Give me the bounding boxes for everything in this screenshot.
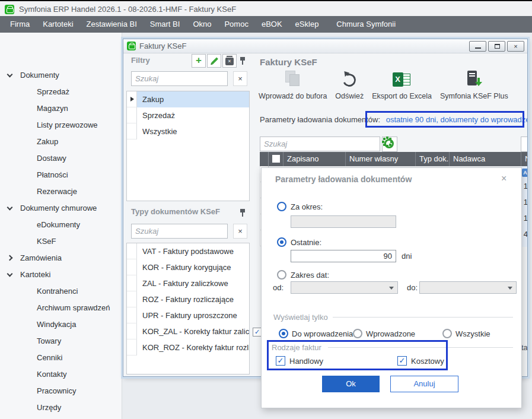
radio-zakres-dat[interactable] bbox=[277, 270, 286, 280]
radio-wszystkie[interactable] bbox=[442, 329, 452, 338]
ok-button[interactable]: Ok bbox=[322, 376, 380, 392]
sidebar-item-zakup[interactable]: Zakup bbox=[0, 134, 122, 150]
menu-item-firma[interactable]: Firma bbox=[4, 16, 36, 33]
date-from-combo[interactable] bbox=[291, 281, 398, 294]
sidebar-item-urzedy[interactable]: Urzędy bbox=[0, 399, 122, 416]
partial-checkbox[interactable]: ✓ bbox=[253, 328, 262, 337]
date-to-combo[interactable] bbox=[419, 281, 517, 294]
radio-do-wprowadzenia[interactable] bbox=[279, 329, 288, 338]
filters-search-input[interactable] bbox=[132, 72, 227, 85]
ostatnie-days-input[interactable] bbox=[291, 250, 396, 262]
toolbar-button-wprowadz-do-bufora[interactable]: Wprowadź do bufora bbox=[259, 70, 327, 100]
cancel-button[interactable]: Anuluj bbox=[390, 376, 458, 392]
pin-icon[interactable] bbox=[238, 54, 247, 68]
sidebar-item-dokumenty[interactable]: Dokumenty bbox=[0, 67, 122, 84]
sidebar-item-archiwum-sprawdzen[interactable]: Archiwum sprawdzeń bbox=[0, 300, 122, 316]
table-search-input[interactable] bbox=[260, 137, 380, 151]
sidebar-item-windykacja[interactable]: Windykacja bbox=[0, 316, 122, 333]
table-header-nadawca[interactable]: Nadawca bbox=[450, 152, 521, 166]
docked-panels: Filtry + × × Zakup Sprzedaż Wszystkie Ty… bbox=[126, 54, 250, 376]
inner-window-title-bar[interactable]: Faktury KSeF × bbox=[123, 39, 527, 53]
sidebar-item-ksef[interactable]: KSeF bbox=[0, 233, 122, 250]
type-item-kor-zal[interactable]: KOR_ZAL - Korekty faktur zalicz... bbox=[127, 323, 249, 339]
sidebar-item-kartoteki[interactable]: Kartoteki bbox=[0, 266, 122, 283]
type-item-label: ROZ - Faktury rozliczające bbox=[142, 291, 249, 307]
filter-item-sprzedaz[interactable]: Sprzedaż bbox=[127, 107, 249, 123]
type-item-zal[interactable]: ZAL - Faktury zaliczkowe bbox=[127, 275, 249, 291]
table-header-zapisano[interactable]: Zapisano bbox=[283, 152, 346, 166]
type-item-kor-roz[interactable]: KOR_ROZ - Korekty faktur rozli... bbox=[127, 339, 249, 355]
pin-icon[interactable] bbox=[238, 206, 247, 220]
partial-status-text: tar bbox=[521, 343, 528, 352]
maximize-button[interactable] bbox=[488, 41, 505, 52]
table-header-select-all[interactable] bbox=[269, 152, 283, 166]
sidebar-item-label: Kontakty bbox=[37, 366, 67, 383]
sidebar-item-label: Listy przewozowe bbox=[37, 117, 98, 134]
sidebar-item-label: Historia zmian bbox=[37, 416, 85, 419]
sidebar-item-pracownicy[interactable]: Pracownicy bbox=[0, 383, 122, 399]
type-item-upr[interactable]: UPR - Faktury uproszczone bbox=[127, 307, 249, 323]
add-filter-button[interactable]: + bbox=[192, 54, 206, 68]
row-indicator bbox=[127, 307, 137, 323]
toolbar-button-eksport-do-excela[interactable]: X Eksport do Excela bbox=[372, 71, 432, 100]
radio-za-okres[interactable] bbox=[277, 202, 286, 211]
radio-ostatnie[interactable] bbox=[277, 237, 286, 247]
close-button[interactable]: × bbox=[507, 41, 524, 52]
filter-item-zakup[interactable]: Zakup bbox=[127, 91, 249, 107]
za-okres-input[interactable] bbox=[291, 215, 396, 228]
sidebar-item-magazyn[interactable]: Magazyn bbox=[0, 100, 122, 117]
radio-wprowadzone[interactable] bbox=[353, 329, 362, 338]
table-header-typ-dok[interactable]: Typ dok... bbox=[416, 152, 450, 166]
type-item-kor[interactable]: KOR - Faktury korygujące bbox=[127, 259, 249, 275]
minimize-button[interactable] bbox=[469, 41, 486, 52]
filters-search-box bbox=[131, 71, 228, 86]
close-icon[interactable]: × bbox=[501, 173, 506, 184]
sidebar-item-kontakty[interactable]: Kontakty bbox=[0, 366, 122, 383]
table-header-n[interactable]: N bbox=[521, 152, 528, 166]
toolbar-button-symfonia-ksef-plus[interactable]: Symfonia KSeF Plus bbox=[440, 70, 508, 100]
sidebar-item-zamowienia[interactable]: Zamówienia bbox=[0, 250, 122, 266]
menu-item-chmura-symfonii[interactable]: Chmura Symfonii bbox=[330, 16, 402, 33]
sidebar-item-dokumenty-chmurowe[interactable]: Dokumenty chmurowe bbox=[0, 200, 122, 217]
sidebar-item-cenniki[interactable]: Cenniki bbox=[0, 350, 122, 366]
sidebar-item-label: Cenniki bbox=[37, 350, 62, 366]
sidebar-item-historia-zmian[interactable]: Historia zmian bbox=[0, 416, 122, 419]
filters-search-clear-button[interactable]: × bbox=[233, 71, 247, 86]
sidebar-item-towary[interactable]: Towary bbox=[0, 333, 122, 350]
sidebar-item-label: Dokumenty chmurowe bbox=[20, 200, 97, 217]
sidebar-item-label: Archiwum sprawdzeń bbox=[37, 300, 110, 316]
search-settings-button[interactable] bbox=[382, 137, 397, 152]
filter-item-wszystkie[interactable]: Wszystkie bbox=[127, 123, 249, 139]
menu-item-zestawienia-bi[interactable]: Zestawienia BI bbox=[80, 16, 144, 33]
types-search-clear-button[interactable]: × bbox=[233, 224, 247, 239]
radio-wszystkie-label: Wszystkie bbox=[455, 329, 490, 338]
row-indicator bbox=[127, 291, 137, 307]
menu-item-esklep[interactable]: eSklep bbox=[289, 16, 326, 33]
menu-item-smart-bi[interactable]: Smart BI bbox=[144, 16, 187, 33]
table-header-numer-wlasny[interactable]: Numer własny bbox=[346, 152, 416, 166]
toolbar-button-odswiez[interactable]: Odśwież bbox=[335, 71, 364, 100]
secondary-search-input[interactable] bbox=[521, 137, 528, 152]
sidebar-item-platnosci[interactable]: Płatności bbox=[0, 167, 122, 183]
chevron-right-icon bbox=[7, 255, 13, 261]
types-search-input[interactable] bbox=[132, 224, 227, 238]
menu-item-ebok[interactable]: eBOK bbox=[255, 16, 289, 33]
select-all-checkbox[interactable] bbox=[272, 155, 280, 163]
menu-item-pomoc[interactable]: Pomoc bbox=[218, 16, 254, 33]
sidebar-item-listy-przewozowe[interactable]: Listy przewozowe bbox=[0, 117, 122, 134]
type-item-roz[interactable]: ROZ - Faktury rozliczające bbox=[127, 291, 249, 307]
sidebar-item-dostawy[interactable]: Dostawy bbox=[0, 150, 122, 167]
type-item-vat[interactable]: VAT - Faktury podstawowe bbox=[127, 243, 249, 259]
sidebar-item-edokumenty[interactable]: eDokumenty bbox=[0, 217, 122, 233]
sidebar-item-kontrahenci[interactable]: Kontrahenci bbox=[0, 283, 122, 300]
menu-item-okno[interactable]: Okno bbox=[186, 16, 218, 33]
menu-item-kartoteki[interactable]: Kartoteki bbox=[36, 16, 79, 33]
delete-filter-button[interactable]: × bbox=[222, 54, 237, 68]
annotation-box-rodzaje-faktur bbox=[267, 340, 448, 370]
sidebar-item-rezerwacje[interactable]: Rezerwacje bbox=[0, 183, 122, 200]
chevron-down-icon bbox=[7, 205, 13, 211]
sidebar-item-sprzedaz[interactable]: Sprzedaż bbox=[0, 84, 122, 100]
current-row-marker bbox=[130, 97, 134, 101]
radio-ostatnie-label: Ostatnie: bbox=[291, 238, 321, 247]
edit-filter-button[interactable] bbox=[207, 54, 221, 68]
